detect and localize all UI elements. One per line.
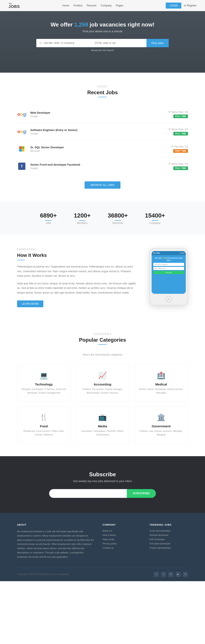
- category-accounting[interactable]: 📈 Accounting Finance, Tax service, Payro…: [76, 365, 130, 402]
- nav-pages[interactable]: Pages: [116, 4, 123, 7]
- categories-section: CATEGORIES Popular Categories Here's the…: [0, 320, 205, 456]
- social-icons: f t in ▶ in: [154, 572, 188, 577]
- job-item[interactable]: Google Software Engineer (Entry or Senio…: [17, 123, 188, 140]
- browse-all-jobs-button[interactable]: BROWSE ALL JOBS: [84, 182, 120, 189]
- register-link[interactable]: or Register: [184, 4, 196, 7]
- how-it-works-section: KNOWLEDGE How It Works Pellentesque et p…: [0, 235, 205, 320]
- footer-link[interactable]: How it works: [102, 534, 141, 536]
- recent-jobs-title: Recent Jobs: [17, 90, 188, 96]
- media-icon: 📺: [80, 413, 125, 421]
- pin-icon: [168, 128, 170, 130]
- category-media[interactable]: 📺 Media Journalism, Newspaper, Reporter,…: [76, 406, 130, 443]
- footer-link[interactable]: IOS Developer: [150, 538, 188, 540]
- job-search-field: [36, 39, 92, 47]
- footer-link[interactable]: Privacy policy: [102, 542, 141, 545]
- category-tags: Designer, Developer, IT Service, Front-e…: [22, 388, 66, 395]
- job-title: Sr. SQL Server Developer: [30, 146, 171, 149]
- learn-more-button[interactable]: LEARN MORE: [17, 300, 43, 307]
- login-button[interactable]: LOGIN: [166, 2, 181, 8]
- category-technology[interactable]: 💻 Technology Designer, Developer, IT Ser…: [17, 365, 71, 402]
- category-medical[interactable]: 🏥 Medical Doctor, Nurse, Intraopular, De…: [134, 365, 188, 402]
- svg-point-4: [169, 129, 170, 129]
- job-info: Senior Front-end developer Facebook Goog…: [30, 163, 168, 170]
- job-item[interactable]: f Senior Front-end developer Facebook Go…: [17, 158, 188, 175]
- hero-title-suffix: job vacancies right now!: [88, 21, 154, 28]
- search-icon: [39, 42, 42, 44]
- find-jobs-button[interactable]: Find Jobs: [146, 39, 169, 47]
- stat-divider: [115, 220, 121, 221]
- category-tags: Doctor, Nurse, Intraopular, Dentist serv…: [139, 388, 184, 395]
- categories-divider: [98, 344, 107, 345]
- job-item[interactable]: Google Web Developer Google Menlo Park, …: [17, 106, 188, 123]
- phone-input: Job title or keyword: [153, 263, 184, 266]
- subscribe-title: Subscribe: [17, 471, 188, 478]
- job-item[interactable]: Sr. SQL Server Developer Microsoft Palo …: [17, 140, 188, 158]
- hero-subtitle: Find your desire one in a minute: [36, 30, 169, 33]
- logo-jobs: JOBS: [8, 5, 20, 8]
- footer-link[interactable]: Android developer: [150, 534, 188, 536]
- stat-resumes-label: Resumes: [108, 222, 128, 224]
- nav-company[interactable]: Company: [101, 4, 112, 7]
- job-meta: Menlo Park, CA FULL TIME: [168, 111, 188, 118]
- instagram-social-icon[interactable]: in: [168, 572, 174, 577]
- job-badge: PART TIME: [173, 149, 188, 153]
- nav-home[interactable]: Home: [62, 4, 69, 7]
- footer-about-title: ABOUT: [17, 524, 94, 526]
- footer-link[interactable]: Help center: [102, 538, 141, 540]
- job-title: Software Engineer (Entry or Senior): [30, 128, 168, 132]
- food-icon: 🍴: [22, 413, 66, 421]
- job-meta: Menlo Park, CA FULL TIME: [168, 128, 188, 136]
- stat-jobs-label: Jobs: [40, 222, 57, 224]
- footer-company-col: COMPANY About Us How it works Help cente…: [102, 524, 141, 559]
- phone-mockup: The JOBS LOGIN We offer 1,259 job vacanc…: [150, 248, 188, 305]
- footer-link[interactable]: Front-end developer: [150, 530, 188, 532]
- job-title: Senior Front-end developer Facebook: [30, 163, 168, 166]
- job-logo: [17, 144, 26, 154]
- footer-link[interactable]: Project administrator: [150, 546, 188, 549]
- facebook-social-icon[interactable]: f: [154, 572, 159, 577]
- recent-jobs-divider: [98, 97, 107, 97]
- subscribe-section: Subscribe Get weekly top new jobs delive…: [0, 456, 205, 513]
- job-list: Google Web Developer Google Menlo Park, …: [17, 106, 188, 175]
- stat-company-label: Company: [145, 222, 165, 224]
- medical-icon: 🏥: [139, 371, 184, 380]
- hero-title: We offer 1,259 job vacancies right now!: [36, 21, 169, 28]
- footer-link[interactable]: Contact us: [102, 546, 141, 549]
- nav-position[interactable]: Position: [74, 4, 83, 7]
- subscribe-email-input[interactable]: [49, 489, 127, 498]
- job-badge: FULL TIME: [174, 166, 188, 170]
- footer-grid: ABOUT An employment website is a web sit…: [17, 524, 188, 559]
- accounting-icon: 📈: [80, 371, 125, 380]
- nav-resume[interactable]: Resume: [87, 4, 96, 7]
- category-tags: Restaurant, Food service, Coffee shop, C…: [22, 429, 66, 437]
- location-search-input[interactable]: [98, 39, 144, 47]
- job-search-input[interactable]: [44, 39, 88, 47]
- footer-link[interactable]: Full stack developer: [150, 542, 188, 545]
- how-content: KNOWLEDGE How It Works Pellentesque et p…: [17, 248, 137, 307]
- subscribe-button[interactable]: SUBSCRIBE: [127, 489, 156, 498]
- footer-about-text: An employment website is a web site that…: [17, 530, 94, 559]
- svg-point-6: [169, 163, 170, 164]
- phone-screen: The JOBS LOGIN We offer 1,259 job vacanc…: [152, 251, 186, 294]
- job-location: Menlo Park, CA: [168, 128, 188, 130]
- job-company: Google: [30, 132, 168, 135]
- recent-jobs-label: LATEST: [17, 86, 188, 88]
- category-food[interactable]: 🍴 Food Restaurant, Food service, Coffee …: [17, 406, 71, 443]
- footer-link[interactable]: About Us: [102, 530, 141, 532]
- advanced-search-link[interactable]: Advanced Job Search: [36, 49, 169, 52]
- job-company: Google: [30, 167, 168, 170]
- job-title: Web Developer: [30, 111, 168, 114]
- logo[interactable]: The JOBS: [8, 3, 20, 8]
- hero-number: 1,259: [74, 21, 88, 28]
- youtube-social-icon[interactable]: ▶: [176, 572, 181, 577]
- svg-point-3: [169, 111, 170, 112]
- recent-jobs-section: LATEST Recent Jobs Google Web Developer …: [0, 73, 205, 202]
- job-logo: Google: [17, 127, 26, 136]
- hero-content: We offer 1,259 job vacancies right now! …: [36, 21, 169, 52]
- stat-company-number: 15400+: [145, 212, 165, 219]
- technology-icon: 💻: [22, 371, 66, 380]
- twitter-social-icon[interactable]: t: [161, 572, 166, 577]
- pin-icon: [168, 163, 170, 165]
- category-government[interactable]: 🏛️ Government Federal, Law, Human resour…: [134, 406, 188, 443]
- linkedin-social-icon[interactable]: in: [183, 572, 188, 577]
